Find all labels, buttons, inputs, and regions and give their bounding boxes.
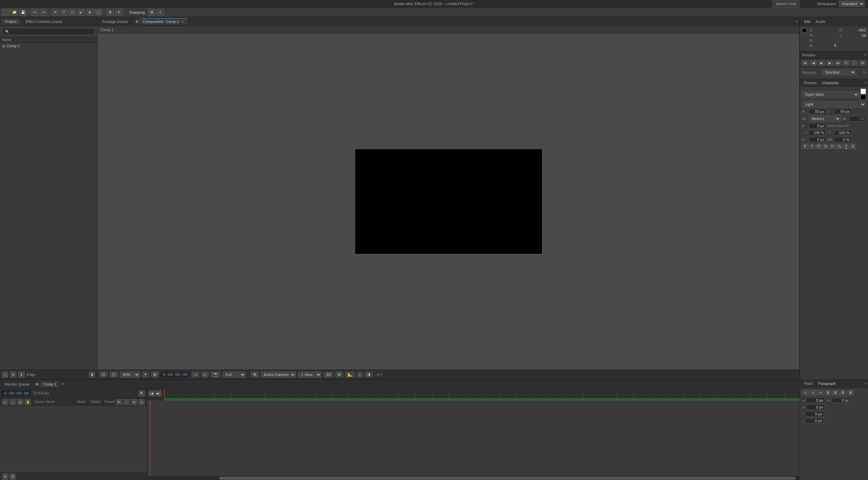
font-name-select[interactable]: Open Sans xyxy=(802,91,859,98)
timeline-goto-end-btn[interactable]: ▶| xyxy=(155,390,161,397)
tab-audio[interactable]: Audio xyxy=(813,19,828,24)
kerning-select[interactable]: Metrics Optical 0 xyxy=(809,116,841,122)
camera-select[interactable]: Active Camera xyxy=(261,372,296,378)
search-help-button[interactable]: Search Help xyxy=(773,0,800,8)
tab-info[interactable]: Info xyxy=(801,19,813,24)
layer-solo-btn[interactable]: ◎ xyxy=(17,399,23,405)
layer-video-btn[interactable]: ▷ xyxy=(2,399,8,405)
timeline-scrollbar[interactable] xyxy=(147,476,868,480)
baseline-shift-input[interactable] xyxy=(809,123,826,129)
small-caps-btn[interactable]: Tt xyxy=(822,144,829,149)
leading-input[interactable] xyxy=(834,109,851,114)
toolbar-undo[interactable]: ↩ xyxy=(31,9,39,16)
tsume-input[interactable] xyxy=(834,137,851,142)
comp-tab-close[interactable]: ✕ xyxy=(181,20,184,24)
tracking-input[interactable] xyxy=(849,116,866,121)
scale-h-input[interactable] xyxy=(809,130,826,135)
subscript-btn[interactable]: T₂ xyxy=(836,144,842,149)
timeline-tab-close[interactable]: ✕ xyxy=(61,382,64,386)
underline-btn[interactable]: T xyxy=(843,144,849,149)
justify-left-btn[interactable]: ≣ xyxy=(825,390,831,395)
timeline-playhead[interactable] xyxy=(150,400,150,476)
baseline-shift-input2[interactable] xyxy=(809,137,826,142)
indent-left-input[interactable] xyxy=(806,398,825,403)
toolbar-camera[interactable]: ⊞ xyxy=(106,9,114,16)
tab-character[interactable]: Character xyxy=(819,80,841,86)
tab-footage[interactable]: Footage (none) xyxy=(99,18,131,25)
justify-all-btn[interactable]: ≣ xyxy=(847,390,854,395)
project-search-box[interactable]: 🔍 xyxy=(2,28,95,35)
next-btn[interactable]: ▷ xyxy=(201,372,209,377)
font-style-select[interactable]: Light Regular Bold xyxy=(802,101,866,107)
preview-stepfwd-btn[interactable]: ▶ xyxy=(827,60,833,66)
space-after-input[interactable] xyxy=(805,418,824,424)
preview-loop-btn[interactable]: ↻ xyxy=(843,60,850,66)
shortcut-select[interactable]: Spacebar Numpad 0 xyxy=(822,69,856,75)
layer-search-btn[interactable]: 🔍 xyxy=(139,390,145,397)
workspace-select[interactable]: Standard xyxy=(839,1,865,7)
timecode-display[interactable]: 0:00:00:00 xyxy=(161,372,190,377)
align-left-btn[interactable]: ≡ xyxy=(802,390,809,395)
space-before-input[interactable] xyxy=(805,411,824,417)
toolbar-new[interactable]: ⬛ xyxy=(2,9,10,16)
transparency-btn[interactable]: ◫ xyxy=(109,372,118,377)
toolbar-shape[interactable]: ◻ xyxy=(69,9,76,16)
region-of-interest-btn[interactable]: ⊡ xyxy=(100,372,107,377)
all-caps-btn[interactable]: TT xyxy=(816,144,822,149)
scale-v-input[interactable] xyxy=(834,130,851,135)
rulers-btn[interactable]: 📐 xyxy=(345,372,355,377)
snapping-toggle[interactable]: ⊠ xyxy=(148,9,156,16)
align-right-btn[interactable]: ≡ xyxy=(817,390,824,395)
align-center-btn[interactable]: ≡ xyxy=(809,390,816,395)
indent-right-input[interactable] xyxy=(832,398,851,403)
3d-btn[interactable]: 3D xyxy=(324,372,333,377)
tab-render-queue[interactable]: Render Queue xyxy=(1,381,33,387)
prev-btn[interactable]: ◁ xyxy=(192,372,199,377)
tab-project[interactable]: Project xyxy=(1,18,20,25)
layer-fx-btn[interactable]: fx xyxy=(116,399,122,405)
timeline-goto-start-btn[interactable]: |◀ xyxy=(148,390,155,397)
superscript-btn[interactable]: T² xyxy=(829,144,835,149)
first-line-input[interactable] xyxy=(806,404,825,410)
zoom-options-btn[interactable]: ▾ xyxy=(142,372,149,377)
tab-composition[interactable]: Composition Comp 1 ✕ xyxy=(139,18,187,25)
layer-audio-btn[interactable]: ♪ xyxy=(10,399,16,405)
faux-italic-btn[interactable]: T xyxy=(809,144,815,149)
toolbar-redo[interactable]: ↪ xyxy=(40,9,47,16)
quality-select[interactable]: Full Half Quarter xyxy=(222,372,246,378)
zoom-select[interactable]: 50% 25% 100% xyxy=(120,372,140,378)
justify-center-btn[interactable]: ≣ xyxy=(832,390,839,395)
toolbar-pen[interactable]: ✒ xyxy=(52,9,59,16)
preview-play-btn[interactable]: ▶ xyxy=(818,60,825,66)
layer-lock-btn[interactable]: 🔒 xyxy=(25,399,31,405)
preview-last-btn[interactable]: ⏭ xyxy=(835,60,842,66)
toolbar-light[interactable]: ✦ xyxy=(115,9,122,16)
layer-adjustment-btn[interactable]: ⊕ xyxy=(131,399,137,405)
font-size-input[interactable] xyxy=(809,109,826,114)
delete-btn[interactable]: 🗑 xyxy=(89,372,95,378)
new-folder-btn[interactable]: ▢ xyxy=(2,372,8,378)
preview-first-btn[interactable]: ⏮ xyxy=(802,60,809,66)
exposure-btn[interactable]: ◑ xyxy=(365,372,373,377)
view-select[interactable]: 1 View 2 Views 4 Views xyxy=(298,372,322,378)
layer-3d-btn[interactable]: 3 xyxy=(139,399,145,405)
guides-btn[interactable]: | xyxy=(357,372,363,377)
faux-bold-btn[interactable]: T xyxy=(802,144,808,149)
tab-presets[interactable]: Presets xyxy=(801,80,819,86)
toolbar-save[interactable]: 💾 xyxy=(19,9,27,16)
snapshot-btn[interactable]: 📷 xyxy=(211,372,220,377)
import-btn[interactable]: ⬇ xyxy=(18,372,25,378)
tab-effect-controls[interactable]: Effect Controls (none) xyxy=(22,18,66,25)
grid-overlay-btn[interactable]: ⊞ xyxy=(335,372,343,377)
preview-audio-btn[interactable]: ♪ xyxy=(851,60,858,66)
new-comp-btn[interactable]: ⊕ xyxy=(10,372,16,378)
layer-motion-btn[interactable]: ~ xyxy=(124,399,130,405)
preview-settings-btn[interactable]: ⚙ xyxy=(859,60,866,66)
tab-comp-timeline[interactable]: Comp 1 xyxy=(40,381,60,387)
preview-stepback-btn[interactable]: ◀ xyxy=(810,60,817,66)
justify-right-btn[interactable]: ≣ xyxy=(840,390,846,395)
shortcut-edit-icon[interactable]: ✏ xyxy=(863,70,866,75)
layer-add-btn[interactable]: ⊕ xyxy=(2,473,8,480)
toolbar-stamp[interactable]: ⊕ xyxy=(86,9,93,16)
stroke-color-swatch[interactable] xyxy=(860,94,866,100)
